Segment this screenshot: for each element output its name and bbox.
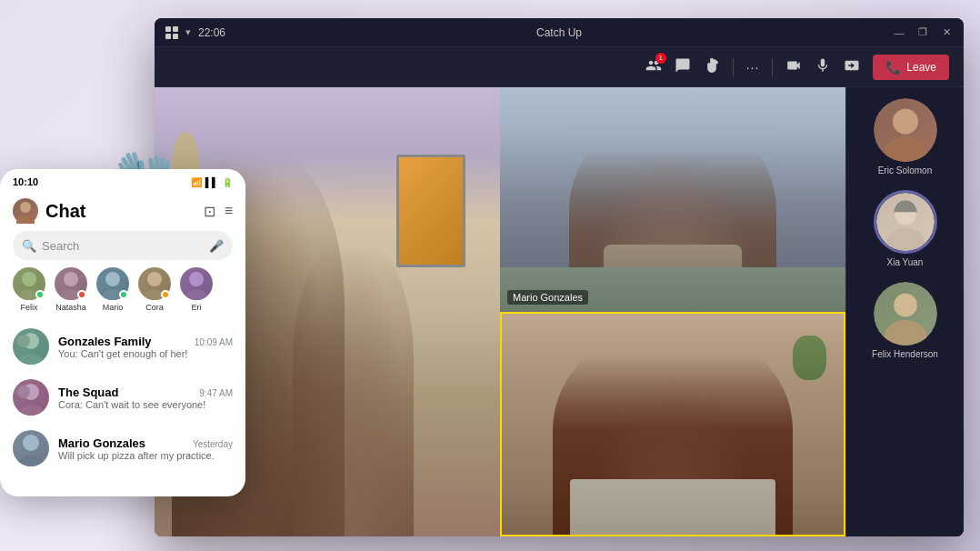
natasha-status-dot [77, 290, 86, 299]
chat-item-squad[interactable]: The Squad 9:47 AM Cora: Can't wait to se… [0, 372, 245, 423]
title-bar-controls: — ❐ ✕ [893, 26, 953, 39]
chat-user-avatar [13, 198, 38, 224]
mario-contact-avatar [96, 267, 129, 300]
phone-icon: 📞 [885, 60, 901, 75]
compose-icon[interactable]: ⊡ [204, 203, 215, 220]
xia-name: Xia Yuan [887, 257, 924, 267]
svg-point-1 [884, 136, 926, 162]
svg-point-16 [189, 272, 204, 286]
participant-xia[interactable]: Xia Yuan [874, 190, 937, 267]
svg-point-10 [64, 272, 78, 286]
chat-list: Gonzales Family 10:09 AM You: Can't get … [0, 321, 245, 474]
gonzales-content: Gonzales Family 10:09 AM You: Can't get … [58, 335, 233, 359]
leave-button[interactable]: 📞 Leave [873, 55, 949, 80]
contact-natasha[interactable]: Natasha [55, 267, 87, 312]
filter-icon[interactable]: ≡ [225, 203, 233, 220]
svg-point-3 [885, 227, 925, 254]
raise-hand-icon[interactable] [704, 57, 720, 77]
chat-item-mario[interactable]: Mario Gonzales Yesterday Will pick up pi… [0, 423, 245, 474]
chat-icon[interactable] [675, 57, 691, 77]
video-cell-bottom-right [500, 312, 845, 536]
participant-eric[interactable]: Eric Solomon [874, 98, 937, 175]
participant-felix[interactable]: Felix Henderson [872, 282, 938, 359]
svg-point-14 [147, 272, 162, 286]
title-bar: ▾ 22:06 Catch Up — ❐ ✕ [155, 18, 964, 47]
mic-button[interactable] [815, 57, 831, 77]
cora-contact-name: Cora [145, 303, 164, 312]
svg-point-4 [894, 294, 917, 317]
felix-contact-avatar [13, 267, 45, 300]
svg-point-19 [17, 335, 30, 347]
camera-button[interactable] [785, 57, 802, 77]
mario-contact-name: Mario [103, 303, 124, 312]
chat-search-bar[interactable]: 🔍 Search 🎤 [13, 231, 233, 260]
svg-point-22 [17, 386, 30, 398]
mobile-time: 10:10 [13, 176, 38, 187]
squad-preview: Cora: Can't wait to see everyone! [58, 399, 233, 410]
mario-conv-top: Mario Gonzales Yesterday [58, 436, 233, 450]
chat-header: Chat ⊡ ≡ [0, 195, 245, 231]
leave-label: Leave [906, 61, 936, 74]
mobile-status-icons: 📶 ▌▌ 🔋 [191, 177, 233, 187]
eric-avatar-bg [874, 98, 937, 162]
chat-title: Chat [45, 201, 85, 222]
svg-point-6 [20, 202, 31, 213]
contact-cora[interactable]: Cora [138, 267, 171, 312]
felix-avatar-bg [874, 282, 937, 346]
close-button[interactable]: ✕ [940, 26, 953, 39]
mario-conv-name: Mario Gonzales [58, 436, 145, 450]
signal-icon: ▌▌ [205, 177, 218, 187]
share-screen-button[interactable] [844, 57, 860, 77]
svg-point-0 [893, 109, 918, 135]
eric-avatar [874, 98, 937, 162]
video-cell-mario: Mario Gonzales [500, 87, 845, 312]
chat-header-icons: ⊡ ≡ [204, 203, 233, 220]
contact-felix[interactable]: Felix [13, 267, 45, 312]
squad-top: The Squad 9:47 AM [58, 386, 233, 399]
felix-contact-name: Felix [20, 303, 37, 312]
natasha-contact-avatar [55, 267, 87, 300]
participants-icon[interactable]: 1 [645, 57, 662, 77]
svg-point-8 [22, 272, 36, 286]
gonzales-top: Gonzales Family 10:09 AM [58, 335, 233, 348]
gonzales-avatar [13, 328, 49, 365]
mario-conv-time: Yesterday [193, 439, 233, 449]
svg-point-24 [23, 435, 39, 451]
minimize-button[interactable]: — [893, 26, 905, 39]
svg-point-7 [16, 215, 35, 224]
svg-point-17 [185, 289, 207, 300]
mic-search-icon[interactable]: 🎤 [209, 239, 224, 253]
mario-conv-preview: Will pick up pizza after my practice. [58, 450, 233, 461]
mario-status-dot [119, 290, 128, 299]
felix-name: Felix Henderson [872, 349, 938, 359]
mobile-status-bar: 10:10 📶 ▌▌ 🔋 [0, 169, 245, 195]
call-toolbar: 1 ··· [155, 47, 964, 87]
contact-mario[interactable]: Mario [96, 267, 129, 312]
squad-content: The Squad 9:47 AM Cora: Can't wait to se… [58, 386, 233, 410]
gonzales-name: Gonzales Family [58, 335, 152, 348]
search-icon: 🔍 [22, 239, 36, 253]
contact-eri[interactable]: Eri [180, 267, 213, 312]
cora-status-dot [161, 290, 170, 299]
svg-point-25 [18, 456, 44, 466]
dropdown-arrow[interactable]: ▾ [185, 26, 191, 38]
mario-label: Mario Gonzales [507, 290, 588, 305]
battery-icon: 🔋 [222, 177, 233, 187]
grid-icon[interactable] [165, 26, 178, 39]
gonzales-time: 10:09 AM [195, 337, 233, 347]
video-grid: Mario Gonzales [155, 87, 845, 536]
eri-contact-name: Eri [192, 303, 202, 312]
svg-point-5 [884, 320, 926, 346]
cora-contact-avatar [138, 267, 171, 300]
chat-title-row: Chat [13, 198, 85, 224]
restore-button[interactable]: ❐ [916, 26, 929, 39]
felix-avatar [874, 282, 937, 346]
eri-contact-avatar [180, 267, 213, 300]
squad-name: The Squad [58, 386, 118, 399]
felix-status-dot [35, 290, 45, 299]
mobile-chat-overlay: 10:10 📶 ▌▌ 🔋 Chat ⊡ ≡ 🔍 Search 🎤 [0, 169, 245, 496]
more-options-button[interactable]: ··· [746, 60, 760, 75]
wifi-icon: 📶 [191, 177, 202, 187]
natasha-contact-name: Natasha [55, 303, 86, 312]
chat-item-gonzales[interactable]: Gonzales Family 10:09 AM You: Can't get … [0, 321, 245, 372]
